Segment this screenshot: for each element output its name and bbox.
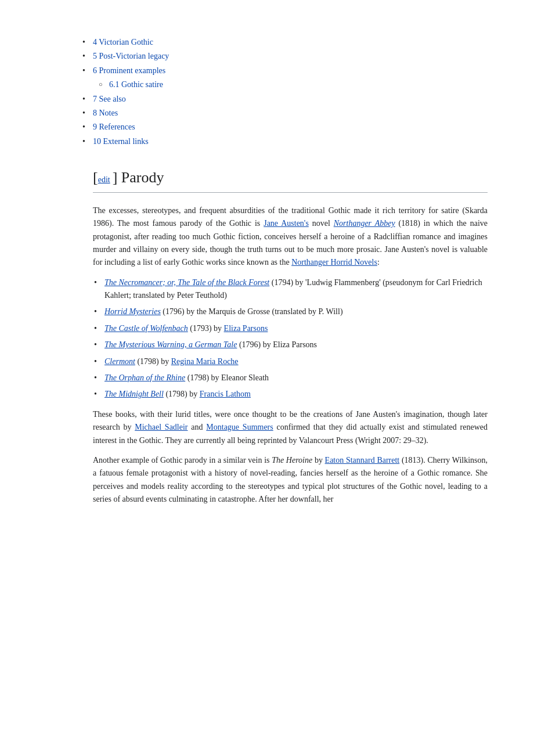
northanger-abbey-link[interactable]: Northanger Abbey [334,219,395,228]
toc-link-8[interactable]: 8 Notes [93,109,118,117]
heading-title: Parody [117,169,164,186]
section-heading-parody: [edit] Parody [93,165,488,193]
toc-sublist-6: 6.1 Gothic satire [93,78,488,91]
horrid-mysteries-link[interactable]: Horrid Mysteries [104,307,161,316]
toc-link-4[interactable]: 4 Victorian Gothic [93,38,153,46]
list-item-clermont: Clermont (1798) by Regina Maria Roche [104,355,488,368]
midnight-bell-link[interactable]: The Midnight Bell [104,390,164,398]
parody-para2: These books, with their lurid titles, we… [93,408,488,447]
regina-roche-link[interactable]: Regina Maria Roche [171,357,239,366]
list-item-midnight-bell: The Midnight Bell (1798) by Francis Lath… [104,388,488,401]
eaton-barrett-link[interactable]: Eaton Stannard Barrett [325,456,400,465]
toc-link-7[interactable]: 7 See also [93,95,126,103]
toc-link-9[interactable]: 9 References [93,123,135,131]
list-item-orphan-rhine: The Orphan of the Rhine (1798) by Eleano… [104,372,488,384]
toc-item-5: 5 Post-Victorian legacy [93,50,488,63]
toc-link-5[interactable]: 5 Post-Victorian legacy [93,52,169,60]
francis-lathom-link[interactable]: Francis Lathom [200,390,251,398]
toc-item-8: 8 Notes [93,107,488,120]
toc-link-6[interactable]: 6 Prominent examples [93,66,165,75]
toc-item-9: 9 References [93,121,488,134]
bracket-open: [ [93,169,98,186]
toc-item-6-1: 6.1 Gothic satire [109,78,488,91]
clermont-link[interactable]: Clermont [104,357,135,366]
list-item-necromancer: The Necromancer; or, The Tale of the Bla… [104,276,488,303]
jane-austen-link[interactable]: Jane Austen's [264,219,309,228]
list-item-mysterious-warning: The Mysterious Warning, a German Tale (1… [104,339,488,351]
edit-link[interactable]: edit [98,175,110,184]
michael-sadleir-link[interactable]: Michael Sadleir [135,423,187,431]
parody-para3: Another example of Gothic parody in a si… [93,454,488,506]
montague-summers-link[interactable]: Montague Summers [206,423,273,431]
toc-item-10: 10 External links [93,135,488,148]
castle-wolfenbach-link[interactable]: The Castle of Wolfenbach [104,324,188,333]
mysterious-warning-link[interactable]: The Mysterious Warning, a German Tale [104,340,237,349]
list-item-horrid-mysteries: Horrid Mysteries (1796) by the Marquis d… [104,305,488,318]
toc-item-6: 6 Prominent examples 6.1 Gothic satire [93,64,488,92]
toc-link-10[interactable]: 10 External links [93,137,149,146]
toc-item-4: 4 Victorian Gothic [93,36,488,49]
toc-item-7: 7 See also [93,93,488,106]
orphan-rhine-link[interactable]: The Orphan of the Rhine [104,373,185,382]
toc-list: 4 Victorian Gothic 5 Post-Victorian lega… [93,36,488,148]
list-item-castle-wolfenbach: The Castle of Wolfenbach (1793) by Eliza… [104,322,488,335]
eliza-parsons-link-1[interactable]: Eliza Parsons [224,324,268,333]
gothic-works-list: The Necromancer; or, The Tale of the Bla… [104,276,488,401]
northanger-horrid-link[interactable]: Northanger Horrid Novels [291,258,377,267]
toc-link-6-1[interactable]: 6.1 Gothic satire [109,80,163,89]
heroine-italic: The Heroine [272,456,312,465]
parody-para1: The excesses, stereotypes, and frequent … [93,204,488,269]
necromancer-link[interactable]: The Necromancer; or, The Tale of the Bla… [104,278,269,287]
